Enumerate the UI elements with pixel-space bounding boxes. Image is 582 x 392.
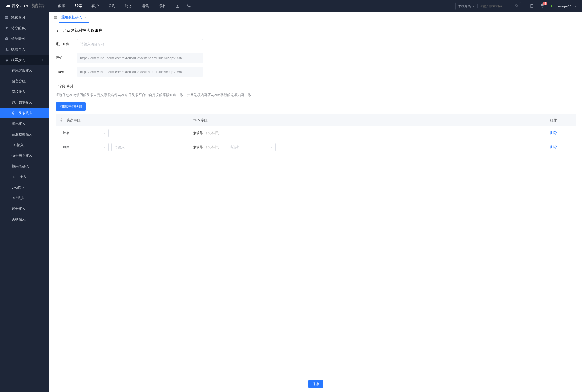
sidebar-subitem[interactable]: 知乎接入 (0, 203, 49, 214)
logo-text: 云朵CRM (12, 4, 29, 8)
notification-badge: 5 (543, 2, 547, 5)
search-button[interactable] (512, 4, 521, 8)
user-icon[interactable] (175, 4, 180, 8)
search-box: 手机号码 (455, 2, 521, 10)
search-input[interactable] (478, 4, 512, 8)
chevron-down-icon (103, 146, 106, 148)
field-select[interactable]: 项目 (60, 143, 109, 151)
sidebar-item[interactable]: 线索导入 (0, 44, 49, 55)
secret-label: 密钥 (56, 56, 77, 60)
filter-icon (5, 26, 9, 30)
crm-field-label: 微信号 (193, 131, 203, 135)
sidebar-subitem[interactable]: 留言分组 (0, 76, 49, 87)
add-mapping-button[interactable]: +添加字段映射 (56, 102, 86, 111)
table-row: 项目微信号（文本框）请选择删除 (56, 140, 576, 154)
sidebar-item[interactable]: 分配情况 (0, 33, 49, 44)
section-title: 字段映射 (58, 84, 73, 89)
sidebar-subitem[interactable]: oppo接入 (0, 172, 49, 182)
table-row: 姓名微信号（文本框）删除 (56, 126, 576, 140)
close-icon[interactable]: ✕ (84, 16, 86, 19)
delete-button[interactable]: 删除 (550, 145, 557, 149)
tabs-bar: 通用数据接入 ✕ (49, 12, 582, 23)
notification-bell[interactable]: 5 (540, 3, 545, 9)
sidebar-subitem[interactable]: 快手表单接入 (0, 150, 49, 161)
search-type-select[interactable]: 手机号码 (456, 4, 478, 8)
save-button[interactable]: 保存 (308, 380, 323, 388)
sidebar: 线索查询待分配客户分配情况线索导入线索接入在线客服接入留言分组网校接入通用数据接… (0, 12, 49, 392)
sidebar-subitem[interactable]: B站接入 (0, 193, 49, 203)
tab-general-data[interactable]: 通用数据接入 ✕ (59, 12, 89, 23)
crm-field-type: （文本框） (204, 145, 221, 150)
chevron-down-icon (574, 5, 577, 7)
th-action: 操作 (550, 118, 571, 123)
cloud-icon (5, 3, 11, 9)
list-icon (5, 16, 9, 19)
section-description: 请确保您在此填写的头条自定义字段名称与在今日头条平台中自定义的字段名称一致，并且… (56, 93, 576, 97)
sidebar-item[interactable]: 线索接入 (0, 55, 49, 65)
main-content: 通用数据接入 ✕ 北京昱新科技头条账户 账户名称 密钥 https://crm.… (49, 12, 582, 392)
nav-item[interactable]: 客户 (91, 4, 99, 8)
chevron-down-icon (270, 146, 273, 148)
mapping-table: 今日头条字段 CRM字段 操作 姓名微信号（文本框）删除项目微信号（文本框）请选… (56, 114, 576, 154)
user-menu[interactable]: manager11 (551, 4, 577, 8)
menu-fold-icon (53, 16, 57, 19)
crm-field-label: 微信号 (193, 145, 203, 150)
export-icon (5, 48, 9, 51)
username: manager11 (554, 4, 572, 8)
extra-input[interactable] (111, 143, 160, 151)
account-input[interactable] (77, 39, 203, 49)
sidebar-subitem[interactable]: 在线客服接入 (0, 65, 49, 76)
sidebar-subitem[interactable]: vivo接入 (0, 182, 49, 193)
phone-icon[interactable] (186, 4, 191, 8)
footer-bar: 保存 (49, 376, 582, 392)
th-toutiao-field: 今日头条字段 (60, 118, 193, 123)
secret-value: https://crm.yunduocrm.com/externalData/s… (77, 53, 203, 63)
sidebar-subitem[interactable]: 美柚接入 (0, 214, 49, 225)
token-label: token (56, 70, 77, 74)
nav-item[interactable]: 运营 (142, 4, 149, 8)
sidebar-subitem[interactable]: 通用数据接入 (0, 97, 49, 108)
sidebar-subitem[interactable]: 趣头条接入 (0, 161, 49, 172)
sidebar-subitem[interactable]: 百度数据接入 (0, 129, 49, 140)
mobile-icon[interactable] (529, 4, 534, 8)
back-icon (56, 29, 60, 33)
nav-item[interactable]: 财务 (125, 4, 132, 8)
sidebar-subitem[interactable]: 今日头条接入 (0, 108, 49, 118)
crm-field-type: （文本框） (204, 131, 221, 135)
account-label: 账户名称 (56, 42, 77, 46)
status-dot (551, 5, 552, 7)
search-icon (515, 4, 518, 7)
logo: 云朵CRM 教育机构一站 式服务云平台 (5, 3, 45, 9)
chevron-up-icon (41, 58, 44, 62)
sidebar-toggle[interactable] (52, 16, 59, 19)
nav-item[interactable]: 报名 (158, 4, 166, 8)
nav-item[interactable]: 公海 (108, 4, 116, 8)
sidebar-subitem[interactable]: UC接入 (0, 140, 49, 150)
main-nav: 数据线索客户公海财务运营报名 (58, 4, 166, 8)
section-accent (56, 85, 56, 88)
clock-icon (5, 37, 9, 41)
field-select[interactable]: 姓名 (60, 129, 109, 137)
plug-icon (5, 58, 9, 62)
sidebar-item[interactable]: 待分配客户 (0, 23, 49, 33)
nav-item[interactable]: 线索 (75, 4, 82, 8)
chevron-down-icon (472, 5, 475, 7)
nav-item[interactable]: 数据 (58, 4, 65, 8)
sidebar-subitem[interactable]: 腾讯接入 (0, 118, 49, 129)
top-header: 云朵CRM 教育机构一站 式服务云平台 数据线索客户公海财务运营报名 手机号码 (0, 0, 582, 12)
logo-subtitle: 教育机构一站 式服务云平台 (30, 3, 45, 8)
chevron-down-icon (103, 132, 106, 134)
th-crm-field: CRM字段 (193, 118, 550, 123)
page-title[interactable]: 北京昱新科技头条账户 (56, 28, 576, 33)
token-value: https://crm.yunduocrm.com/externalData/s… (77, 67, 203, 77)
sidebar-item[interactable]: 线索查询 (0, 12, 49, 23)
delete-button[interactable]: 删除 (550, 131, 557, 135)
crm-select[interactable]: 请选择 (227, 143, 276, 151)
sidebar-subitem[interactable]: 网校接入 (0, 87, 49, 97)
